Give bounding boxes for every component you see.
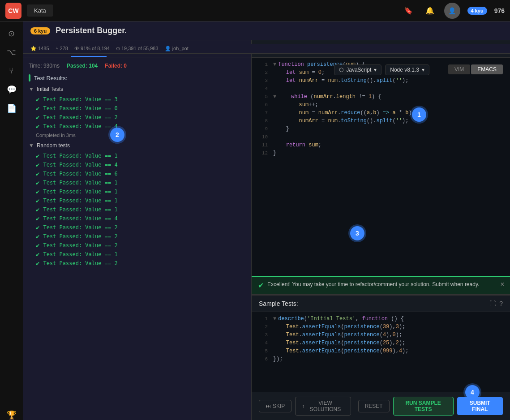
- results-bar: [29, 74, 30, 81]
- test-item: ✔Test Passed: Value == 1: [29, 196, 246, 205]
- sample-line-6: 6 });: [252, 356, 510, 364]
- close-banner-button[interactable]: ✕: [500, 281, 505, 287]
- completed-msg: Completed in 3ms: [29, 133, 246, 138]
- test-label: Test Passed: Value == 0: [43, 105, 117, 111]
- output-panel: Time: 930ms Passed: 104 Failed: 0 Test R…: [23, 57, 251, 420]
- right-panel: Solution: ⛶ 1 ▼ function persistence(num…: [252, 40, 510, 420]
- initial-tests-group: ▼ Initial Tests ✔ Test Passed: Value == …: [29, 86, 246, 138]
- check-icon: ✔: [36, 161, 39, 168]
- test-label: Test Passed: Value == 1: [43, 197, 117, 204]
- sidebar-icon-trophy[interactable]: 🏆: [7, 410, 17, 420]
- notification-icon[interactable]: 🔔: [423, 4, 437, 18]
- tour-bubble-1[interactable]: 1: [412, 107, 426, 122]
- code-line-11: 11 return sum;: [252, 142, 510, 150]
- help-sample-icon[interactable]: ?: [499, 300, 503, 307]
- reset-button[interactable]: RESET: [358, 400, 390, 412]
- test-label: Test Passed: Value == 2: [43, 260, 117, 266]
- language-dropdown-icon: ▾: [374, 67, 377, 73]
- check-icon: ✔: [36, 206, 39, 213]
- test-item: ✔Test Passed: Value == 2: [29, 223, 246, 232]
- js-icon: ⬡: [339, 67, 343, 73]
- check-icon: ✔: [36, 123, 39, 130]
- failed-label: Failed: 0: [105, 63, 127, 69]
- random-tests-header[interactable]: ▼ Random tests: [29, 142, 246, 149]
- code-line-8: 8 numArr = num.toString().split('');: [252, 118, 510, 126]
- sidebar-icon-fork[interactable]: ⑂: [9, 66, 14, 76]
- sidebar-icon-train[interactable]: ⌥: [7, 47, 16, 57]
- expand-sample-icon[interactable]: ⛶: [489, 300, 496, 307]
- content-area: Instructions Output Past Solutions Time:…: [23, 40, 510, 420]
- code-line-12: 12 }: [252, 150, 510, 158]
- code-line-6: 6 sum++;: [252, 102, 510, 110]
- left-sidebar: ⊙ ⌥ ⑂ 💬 📄 🏆: [0, 21, 23, 420]
- skip-button[interactable]: ⏭ SKIP: [259, 400, 291, 412]
- code-line-5: 5 ▼ while (numArr.length != 1) {: [252, 94, 510, 102]
- test-item: ✔Test Passed: Value == 1: [29, 250, 246, 259]
- vim-button[interactable]: VIM: [448, 64, 470, 74]
- check-icon: ✔: [36, 114, 39, 121]
- sidebar-icon-home[interactable]: ⊙: [8, 29, 15, 39]
- runtime-dropdown-icon: ▾: [422, 67, 424, 73]
- tour-bubble-2[interactable]: 2: [110, 128, 124, 142]
- test-item: ✔Test Passed: Value == 2: [29, 241, 246, 250]
- test-label: Test Passed: Value == 2: [43, 233, 117, 240]
- language-selector[interactable]: ⬡ JavaScript ▾: [334, 64, 381, 75]
- test-label: Test Passed: Value == 1: [43, 251, 117, 257]
- chevron-icon: ▼: [29, 142, 34, 149]
- check-icon: ✔: [36, 105, 39, 112]
- sample-line-2: 2 Test.assertEquals(persistence(39),3);: [252, 324, 510, 332]
- view-solutions-icon: ↑: [302, 403, 304, 409]
- language-label: JavaScript: [346, 67, 371, 73]
- sample-editor[interactable]: 1 ▼ describe('Initial Tests', function (…: [252, 312, 510, 392]
- test-item: ✔Test Passed: Value == 6: [29, 169, 246, 178]
- runtime-selector[interactable]: Node v8.1.3 ▾: [385, 64, 429, 75]
- submit-button[interactable]: SUBMIT FINAL: [457, 397, 503, 415]
- sidebar-icon-docs[interactable]: 📄: [7, 103, 17, 113]
- test-label: Test Passed: Value == 2: [43, 224, 117, 231]
- output-header: Time: 930ms Passed: 104 Failed: 0: [29, 63, 246, 69]
- kata-header: 6 kyu Persistent Bugger.: [23, 21, 510, 40]
- user-score: 976: [494, 7, 505, 14]
- code-editor[interactable]: 1 ▼ function persistence(num) { 2 let su…: [252, 58, 510, 276]
- runtime-label: Node v8.1.3: [390, 67, 419, 73]
- view-solutions-button[interactable]: ↑ VIEW SOLUTIONS: [295, 397, 351, 416]
- check-icon: ✔: [36, 188, 39, 195]
- run-tests-button[interactable]: RUN SAMPLE TESTS: [393, 397, 454, 416]
- initial-tests-label: Initial Tests: [37, 86, 63, 92]
- bookmark-icon[interactable]: 🔖: [401, 4, 416, 18]
- left-panel: Instructions Output Past Solutions Time:…: [23, 40, 252, 420]
- test-label: Test Passed: Value == 1: [43, 180, 117, 186]
- test-label: Test Passed: Value == 2: [43, 242, 117, 249]
- kata-kyu-badge: 6 kyu: [30, 27, 50, 34]
- test-item: ✔ Test Passed: Value == 4: [29, 122, 246, 131]
- right-panel-top: Solution: ⛶ 1 ▼ function persistence(num…: [252, 40, 510, 295]
- time-label: Time: 930ms: [29, 63, 60, 69]
- code-line-9: 9 }: [252, 126, 510, 134]
- initial-tests-header[interactable]: ▼ Initial Tests: [29, 86, 246, 92]
- check-icon: ✔: [36, 251, 39, 258]
- kata-title: Persistent Bugger.: [56, 26, 127, 35]
- check-icon: ✔: [36, 224, 39, 231]
- test-label: Test Passed: Value == 6: [43, 171, 117, 177]
- skip-icon: ⏭: [266, 403, 271, 409]
- nav-tab-kata[interactable]: Kata: [27, 4, 53, 17]
- tour-bubble-3[interactable]: 3: [350, 226, 364, 240]
- logo: CW: [5, 3, 21, 19]
- chevron-icon: ▼: [29, 86, 34, 92]
- kata-percent: 👁 91% of 8,194: [74, 46, 110, 51]
- test-item: ✔Test Passed: Value == 1: [29, 151, 246, 160]
- test-item: ✔Test Passed: Value == 4: [29, 160, 246, 169]
- test-label: Test Passed: Value == 4: [43, 215, 117, 222]
- kata-stars: ⭐ 1485: [30, 46, 49, 51]
- emacs-button[interactable]: EMACS: [471, 64, 503, 74]
- top-nav: CW Kata 🔖 🔔 👤 4 kyu 976: [0, 0, 510, 21]
- kyu-badge: 4 kyu: [467, 7, 487, 15]
- sample-line-4: 4 Test.assertEquals(persistence(25),2);: [252, 340, 510, 348]
- view-solutions-label: VIEW SOLUTIONS: [306, 400, 344, 412]
- sidebar-icon-discuss[interactable]: 💬: [7, 85, 17, 94]
- avatar[interactable]: 👤: [444, 3, 460, 19]
- tour-bubble-4[interactable]: 4: [465, 385, 480, 399]
- test-label: Test Passed: Value == 4: [43, 123, 117, 129]
- success-banner: ✔ Excellent! You may take your time to r…: [252, 276, 510, 295]
- code-line-10: 10: [252, 134, 510, 142]
